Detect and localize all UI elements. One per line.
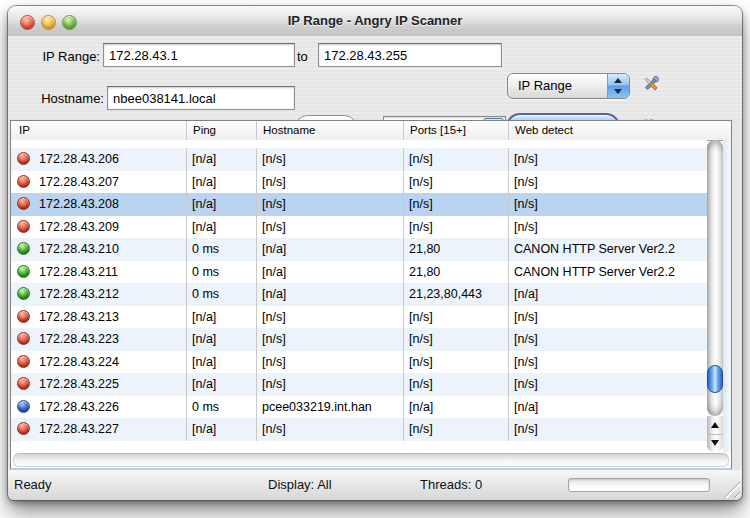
scroll-up-arrow-icon[interactable] xyxy=(707,416,723,435)
hostname-cell: [n/s] xyxy=(256,328,403,351)
table-row[interactable]: 172.28.43.226 0 ms pcee033219.int.han [n… xyxy=(11,396,707,419)
ports-cell: 21,80 xyxy=(403,238,508,261)
table-row[interactable]: 172.28.43.210 0 ms [n/a] 21,80 CANON HTT… xyxy=(11,238,707,261)
red-ball-icon xyxy=(17,422,30,435)
horizontal-scrollbar-track[interactable] xyxy=(13,453,729,467)
red-ball-icon xyxy=(17,377,30,390)
ip-from-input[interactable] xyxy=(103,43,295,67)
hostname-cell: [n/a] xyxy=(256,261,403,284)
ip-to-input[interactable] xyxy=(318,43,502,67)
ping-cell: [n/a] xyxy=(186,216,256,239)
column-header-ip[interactable]: IP xyxy=(11,121,186,140)
table-row[interactable]: 172.28.43.207 [n/a] [n/s] [n/s] [n/s] xyxy=(11,171,707,194)
window-title: IP Range - Angry IP Scanner xyxy=(8,13,742,28)
desktop: IP Range - Angry IP Scanner IP Range: to… xyxy=(0,0,750,518)
table-row[interactable]: 172.28.43.206 [n/a] [n/s] [n/s] [n/s] xyxy=(11,148,707,171)
red-ball-icon xyxy=(17,310,30,323)
ip-cell: 172.28.43.227 xyxy=(11,418,186,441)
hostname-input[interactable] xyxy=(107,86,295,110)
ip-cell: 172.28.43.225 xyxy=(11,373,186,396)
ports-cell: 21,23,80,443 xyxy=(403,283,508,306)
table-row-selected[interactable]: 172.28.43.208 [n/a] [n/s] [n/s] [n/s] xyxy=(11,193,707,216)
title-bar[interactable]: IP Range - Angry IP Scanner xyxy=(8,6,742,37)
webdetect-cell: CANON HTTP Server Ver2.2 xyxy=(508,261,707,284)
to-label: to xyxy=(297,49,313,64)
red-ball-icon xyxy=(17,152,30,165)
webdetect-cell: [n/a] xyxy=(508,396,707,419)
feed-selector-value: IP Range xyxy=(518,78,572,93)
webdetect-cell: [n/a] xyxy=(508,283,707,306)
green-ball-icon xyxy=(17,242,30,255)
preferences-tools-icon[interactable] xyxy=(640,75,662,95)
hostname-label: Hostname: xyxy=(16,91,104,106)
hostname-cell: [n/a] xyxy=(256,238,403,261)
table-row[interactable]: 172.28.43.209 [n/a] [n/s] [n/s] [n/s] xyxy=(11,216,707,239)
webdetect-cell: [n/s] xyxy=(508,193,707,216)
horizontal-scrollbar[interactable] xyxy=(11,452,731,468)
resize-grip[interactable] xyxy=(719,477,740,498)
table-row[interactable]: 172.28.43.211 0 ms [n/a] 21,80 CANON HTT… xyxy=(11,261,707,284)
ports-cell: [n/s] xyxy=(403,193,508,216)
webdetect-cell: CANON HTTP Server Ver2.2 xyxy=(508,238,707,261)
feed-selector-dropdown[interactable]: IP Range xyxy=(507,73,630,99)
ports-cell: [n/s] xyxy=(403,418,508,441)
vertical-scrollbar[interactable] xyxy=(707,140,723,452)
status-bar: Ready Display: All Threads: 0 xyxy=(8,470,742,500)
ip-cell: 172.28.43.208 xyxy=(11,193,186,216)
webdetect-cell: [n/s] xyxy=(508,418,707,441)
table-row[interactable]: 172.28.43.223 [n/a] [n/s] [n/s] [n/s] xyxy=(11,328,707,351)
table-row[interactable]: 172.28.43.225 [n/a] [n/s] [n/s] [n/s] xyxy=(11,373,707,396)
hostname-cell: [n/s] xyxy=(256,171,403,194)
webdetect-cell: [n/s] xyxy=(508,351,707,374)
hostname-cell: [n/a] xyxy=(256,283,403,306)
webdetect-cell: [n/s] xyxy=(508,148,707,171)
status-ready-text: Ready xyxy=(14,477,52,492)
table-row[interactable]: 172.28.43.212 0 ms [n/a] 21,23,80,443 [n… xyxy=(11,283,707,306)
ports-cell: 21,80 xyxy=(403,261,508,284)
ip-cell: 172.28.43.213 xyxy=(11,306,186,329)
column-header-ping[interactable]: Ping xyxy=(186,121,256,140)
red-ball-icon xyxy=(17,175,30,188)
ports-cell: [n/s] xyxy=(403,148,508,171)
column-header-hostname[interactable]: Hostname xyxy=(256,121,403,140)
hostname-cell: [n/s] xyxy=(256,193,403,216)
ping-cell: [n/a] xyxy=(186,171,256,194)
ports-cell: [n/a] xyxy=(403,396,508,419)
ping-cell: [n/a] xyxy=(186,351,256,374)
wrench-screwdriver-icon xyxy=(641,75,661,93)
scroll-down-arrow-icon[interactable] xyxy=(707,434,723,452)
webdetect-cell: [n/s] xyxy=(508,306,707,329)
hostname-cell: [n/s] xyxy=(256,351,403,374)
hostname-cell: [n/s] xyxy=(256,418,403,441)
hostname-cell: [n/s] xyxy=(256,373,403,396)
blue-ball-icon xyxy=(17,400,30,413)
webdetect-cell: [n/s] xyxy=(508,216,707,239)
ping-cell: [n/a] xyxy=(186,306,256,329)
column-header-ports[interactable]: Ports [15+] xyxy=(403,121,508,140)
red-ball-icon xyxy=(17,332,30,345)
webdetect-cell: [n/s] xyxy=(508,171,707,194)
ip-cell: 172.28.43.223 xyxy=(11,328,186,351)
ports-cell: [n/s] xyxy=(403,171,508,194)
ip-cell: 172.28.43.210 xyxy=(11,238,186,261)
scrollbar-thumb[interactable] xyxy=(707,365,723,393)
ping-cell: [n/a] xyxy=(186,418,256,441)
table-row[interactable]: 172.28.43.224 [n/a] [n/s] [n/s] [n/s] xyxy=(11,351,707,374)
green-ball-icon xyxy=(17,287,30,300)
hostname-cell: [n/s] xyxy=(256,148,403,171)
table-row-clipped[interactable]: [n/a] [n/s] [n/s] [n/s] xyxy=(11,140,707,148)
ping-cell: [n/a] xyxy=(186,148,256,171)
red-ball-icon xyxy=(17,355,30,368)
ports-cell: [n/s] xyxy=(403,216,508,239)
ports-cell: [n/s] xyxy=(403,306,508,329)
ping-cell: 0 ms xyxy=(186,261,256,284)
table-row[interactable]: 172.28.43.227 [n/a] [n/s] [n/s] [n/s] xyxy=(11,418,707,441)
table-row[interactable]: 172.28.43.213 [n/a] [n/s] [n/s] [n/s] xyxy=(11,306,707,329)
webdetect-cell: [n/s] xyxy=(508,328,707,351)
hostname-cell: [n/s] xyxy=(256,306,403,329)
column-header-webdetect[interactable]: Web detect xyxy=(508,121,731,140)
dropdown-arrows-icon xyxy=(607,74,629,98)
ip-cell: 172.28.43.224 xyxy=(11,351,186,374)
ip-cell: 172.28.43.226 xyxy=(11,396,186,419)
status-threads-text: Threads: 0 xyxy=(420,477,482,492)
